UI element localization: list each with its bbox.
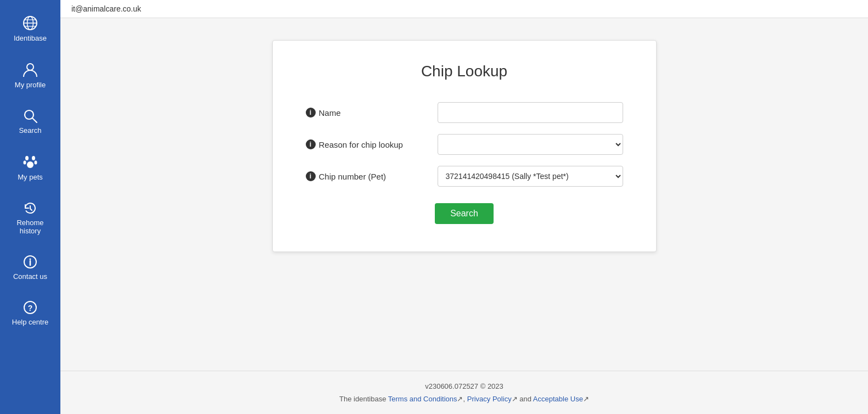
- svg-point-9: [32, 156, 35, 160]
- history-icon: [23, 201, 37, 215]
- chip-number-label: i Chip number (Pet): [306, 171, 438, 181]
- svg-text:?: ?: [28, 304, 33, 312]
- sidebar-item-help-centre[interactable]: ? Help centre: [0, 290, 60, 336]
- info-icon: [23, 255, 37, 269]
- sidebar-item-search-label: Search: [19, 126, 41, 135]
- chip-lookup-card: Chip Lookup i Name i Reason for chip loo…: [272, 40, 657, 252]
- user-icon: [23, 62, 37, 77]
- sidebar: Identibase My profile Search: [0, 0, 60, 414]
- footer-version: v230606.072527 © 2023: [71, 382, 857, 390]
- main-area: it@animalcare.co.uk Chip Lookup i Name i…: [60, 0, 868, 414]
- sidebar-item-identibase-label: Identibase: [14, 34, 47, 42]
- svg-point-10: [24, 161, 26, 165]
- chip-info-icon: i: [306, 171, 316, 181]
- content-area: Chip Lookup i Name i Reason for chip loo…: [60, 18, 868, 371]
- name-row: i Name: [306, 102, 623, 123]
- header: it@animalcare.co.uk: [60, 0, 868, 18]
- sidebar-item-search[interactable]: Search: [0, 99, 60, 144]
- svg-point-12: [27, 161, 33, 168]
- svg-point-17: [30, 259, 31, 260]
- question-icon: ?: [23, 300, 37, 315]
- svg-point-8: [25, 156, 29, 160]
- footer: v230606.072527 © 2023 The identibase Ter…: [60, 371, 868, 414]
- privacy-link[interactable]: Privacy Policy: [467, 395, 512, 403]
- footer-links: The identibase Terms and Conditions↗, Pr…: [71, 395, 857, 403]
- name-label: i Name: [306, 108, 438, 118]
- svg-point-11: [35, 161, 37, 165]
- sidebar-item-rehome-history-label: Rehomehistory: [16, 219, 43, 235]
- sidebar-item-contact-us-label: Contact us: [13, 272, 47, 281]
- svg-line-7: [32, 118, 37, 122]
- footer-and: and: [519, 395, 533, 403]
- search-icon: [23, 109, 37, 123]
- sidebar-item-my-pets[interactable]: My pets: [0, 144, 60, 191]
- reason-row: i Reason for chip lookup: [306, 134, 623, 155]
- sidebar-item-contact-us[interactable]: Contact us: [0, 245, 60, 290]
- reason-select[interactable]: [438, 134, 623, 155]
- search-button-row: Search: [306, 203, 623, 224]
- sidebar-item-help-centre-label: Help centre: [12, 318, 48, 326]
- footer-text-before: The identibase: [339, 395, 388, 403]
- name-input[interactable]: [438, 102, 623, 123]
- acceptable-use-link[interactable]: Acceptable Use: [533, 395, 583, 403]
- svg-point-5: [27, 64, 33, 70]
- reason-label: i Reason for chip lookup: [306, 139, 438, 149]
- sidebar-item-rehome-history[interactable]: Rehomehistory: [0, 191, 60, 245]
- svg-line-14: [30, 209, 32, 210]
- sidebar-item-my-profile[interactable]: My profile: [0, 52, 60, 99]
- sidebar-item-my-pets-label: My pets: [18, 173, 43, 181]
- sidebar-item-identibase[interactable]: Identibase: [0, 5, 60, 52]
- reason-info-icon: i: [306, 139, 316, 149]
- chip-number-row: i Chip number (Pet) 372141420498415 (Sal…: [306, 166, 623, 187]
- name-info-icon: i: [306, 108, 316, 118]
- search-button[interactable]: Search: [435, 203, 494, 224]
- user-email: it@animalcare.co.uk: [71, 4, 141, 13]
- card-title: Chip Lookup: [306, 63, 623, 80]
- globe-icon: [23, 15, 38, 31]
- terms-link[interactable]: Terms and Conditions: [388, 395, 457, 403]
- paw-icon: [23, 154, 38, 170]
- chip-number-select[interactable]: 372141420498415 (Sally *Test pet*): [438, 166, 623, 187]
- sidebar-item-my-profile-label: My profile: [15, 81, 46, 89]
